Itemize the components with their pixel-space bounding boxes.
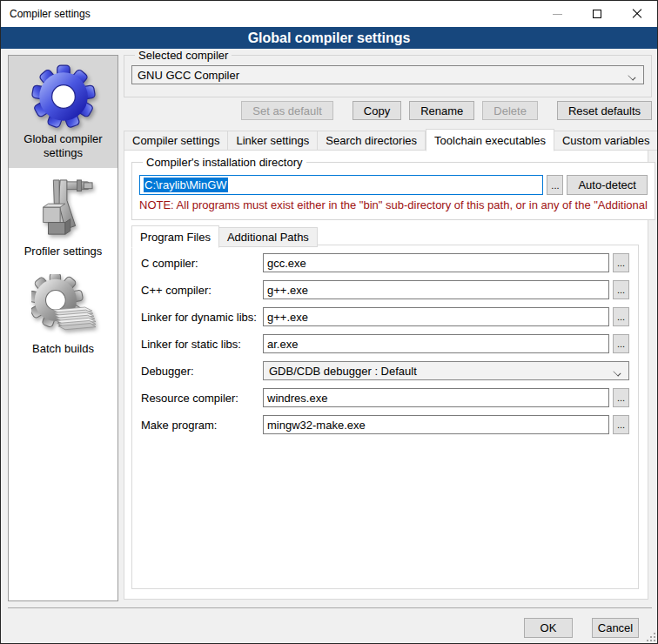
install-dir-browse-button[interactable]: ...: [547, 175, 563, 195]
resize-grip[interactable]: [644, 630, 655, 641]
reset-defaults-button[interactable]: Reset defaults: [557, 101, 652, 120]
sidebar-item-profiler-settings[interactable]: Profiler settings: [9, 168, 118, 265]
tab-additional-paths[interactable]: Additional Paths: [219, 227, 318, 247]
c-compiler-label: C compiler:: [141, 257, 263, 270]
caliper-icon: [30, 175, 97, 243]
dynamic-linker-input[interactable]: [263, 307, 609, 326]
c-compiler-browse-button[interactable]: ...: [613, 253, 629, 272]
sidebar-label-profiler-settings: Profiler settings: [10, 245, 116, 258]
resource-compiler-label: Resource compiler:: [141, 392, 263, 405]
page-title: Global compiler settings: [248, 30, 411, 46]
chevron-down-icon: [614, 367, 621, 375]
toolchain-executables-page: Compiler's installation directory C:\ray…: [124, 150, 648, 600]
static-linker-browse-button[interactable]: ...: [613, 334, 629, 353]
blue-gear-icon: [30, 63, 97, 131]
footer-divider: [8, 607, 652, 608]
field-row-static-linker: Linker for static libs: ...: [132, 334, 638, 353]
field-row-c-compiler: C compiler: ...: [132, 253, 638, 272]
close-icon: [632, 9, 642, 19]
dialog-body: Global compiler settings: [1, 49, 657, 643]
cpp-compiler-browse-button[interactable]: ...: [613, 280, 629, 299]
maximize-icon: [593, 10, 601, 18]
dialog-actions: OK Cancel: [524, 618, 639, 638]
dynamic-linker-label: Linker for dynamic libs:: [141, 311, 263, 324]
make-program-browse-button[interactable]: ...: [613, 415, 629, 434]
make-program-label: Make program:: [141, 419, 263, 432]
dynamic-linker-browse-button[interactable]: ...: [613, 307, 629, 326]
cancel-button[interactable]: Cancel: [592, 618, 639, 638]
chevron-down-icon: [628, 71, 636, 79]
install-dir-input[interactable]: C:\raylib\MinGW: [139, 175, 543, 195]
window-title: Compiler settings: [1, 8, 91, 20]
page-header: Global compiler settings: [1, 27, 657, 49]
sidebar-label-batch-builds: Batch builds: [10, 342, 116, 356]
set-as-default-button[interactable]: Set as default: [241, 101, 333, 120]
auto-detect-button[interactable]: Auto-detect: [567, 175, 648, 195]
tab-linker-settings[interactable]: Linker settings: [228, 131, 318, 151]
ok-button[interactable]: OK: [524, 618, 573, 638]
program-files-tabbar: Program Files Additional Paths: [131, 225, 318, 247]
selected-compiler-legend: Selected compiler: [135, 49, 232, 62]
minimize-button[interactable]: [537, 1, 577, 27]
make-program-input[interactable]: [263, 415, 609, 434]
tab-custom-variables[interactable]: Custom variables: [554, 131, 658, 151]
sidebar-item-batch-builds[interactable]: Batch builds: [9, 265, 118, 363]
install-directory-group: Compiler's installation directory C:\ray…: [131, 156, 655, 220]
tab-toolchain-executables[interactable]: Toolchain executables: [426, 129, 554, 151]
resource-compiler-input[interactable]: [263, 388, 609, 407]
maximize-button[interactable]: [577, 1, 617, 27]
static-linker-input[interactable]: [263, 334, 609, 353]
field-row-resource-compiler: Resource compiler: ...: [132, 388, 638, 407]
settings-category-list: Global compiler settings: [8, 55, 118, 601]
tab-search-directories[interactable]: Search directories: [318, 131, 426, 151]
compiler-settings-window: Compiler settings Global compiler settin…: [0, 0, 658, 644]
rename-button[interactable]: Rename: [409, 101, 474, 120]
title-bar[interactable]: Compiler settings: [1, 1, 657, 27]
compiler-select[interactable]: GNU GCC Compiler: [131, 65, 644, 84]
debugger-select-value: GDB/CDB debugger : Default: [269, 365, 614, 378]
c-compiler-input[interactable]: [263, 253, 609, 272]
close-button[interactable]: [617, 1, 657, 27]
gray-gear-stack-icon: [30, 272, 97, 340]
copy-button[interactable]: Copy: [352, 101, 401, 120]
install-dir-value: C:\raylib\MinGW: [144, 178, 228, 192]
field-row-debugger: Debugger: GDB/CDB debugger : Default: [132, 361, 638, 380]
debugger-select[interactable]: GDB/CDB debugger : Default: [263, 361, 629, 380]
static-linker-label: Linker for static libs:: [141, 338, 263, 351]
tab-compiler-settings[interactable]: Compiler settings: [124, 131, 228, 151]
install-dir-note: NOTE: All programs must exist either in …: [139, 198, 648, 211]
minimize-icon: [553, 14, 562, 15]
install-directory-legend: Compiler's installation directory: [143, 156, 306, 169]
program-files-panel: C compiler: ... C++ compiler: ... Linker…: [131, 245, 639, 589]
sidebar-label-global-compiler-settings: Global compiler settings: [10, 132, 116, 161]
cpp-compiler-label: C++ compiler:: [141, 284, 263, 297]
field-row-dynamic-linker: Linker for dynamic libs: ...: [132, 307, 638, 326]
sidebar-item-global-compiler-settings[interactable]: Global compiler settings: [9, 56, 118, 168]
selected-compiler-group: Selected compiler GNU GCC Compiler: [124, 49, 652, 97]
settings-tabbar: Compiler settings Linker settings Search…: [124, 128, 652, 151]
debugger-label: Debugger:: [141, 365, 263, 378]
field-row-make-program: Make program: ...: [132, 415, 638, 434]
field-row-cpp-compiler: C++ compiler: ...: [132, 280, 638, 299]
tab-program-files[interactable]: Program Files: [131, 225, 219, 248]
compiler-actions: Set as default Copy Rename Delete Reset …: [124, 101, 652, 120]
compiler-select-value: GNU GCC Compiler: [138, 69, 628, 82]
cpp-compiler-input[interactable]: [263, 280, 609, 299]
resource-compiler-browse-button[interactable]: ...: [613, 388, 629, 407]
delete-button[interactable]: Delete: [482, 101, 538, 120]
